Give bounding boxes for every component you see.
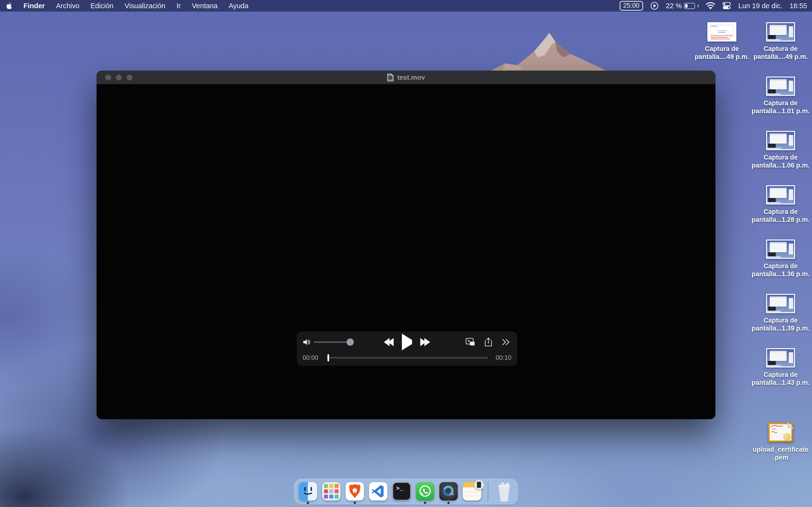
elapsed-time: 00:00 [303,354,322,361]
battery-percent-label: 22 % [666,2,682,10]
desktop-icon-label: Captura depantalla...1.06 p.m. [752,154,810,169]
menu-bar-status: 25:00 22 % Lun 19 de dic. 16:55 [620,0,812,12]
scrubber-track[interactable] [326,357,488,358]
dock-item-vscode[interactable] [369,481,388,502]
screenshot-thumbnail [766,22,795,42]
pip-icon[interactable] [465,338,475,346]
menu-item-archivo[interactable]: Archivo [51,0,85,12]
desktop-icon[interactable]: Captura depantalla...1.43 p.m. [750,348,811,402]
dock-item-trash[interactable] [495,481,513,502]
terminal-icon: >_ [393,482,411,501]
iphone-mirroring-icon[interactable] [474,480,484,490]
launchpad-icon [322,482,341,501]
menu-item-ventana[interactable]: Ventana [186,0,223,12]
timer-widget[interactable]: 25:00 [620,1,643,11]
desktop-icon[interactable]: upload_certificate.pem [750,402,811,462]
volume-control [303,332,352,353]
screenshot-thumbnail [766,76,795,96]
apple-icon [6,2,12,9]
secondary-controls [465,332,510,353]
dock-item-finder[interactable] [299,481,317,502]
running-indicator [307,502,309,504]
desktop-icon-label: Captura depantalla...1.28 p.m. [752,208,810,224]
screenshot-thumbnail [766,131,795,150]
quicktime-icon [439,482,458,501]
running-indicator [354,502,356,504]
battery-status[interactable]: 22 % [666,2,699,10]
screenshot-thumbnail [766,185,795,205]
desktop-icon-label: Captura depantalla....49 p.m. [695,45,749,61]
menu-item-ayuda[interactable]: Ayuda [223,0,254,12]
desktop-icon[interactable]: Captura depantalla...1.36 p.m. [750,239,811,294]
dock-item-quicktime[interactable] [439,481,458,502]
minimize-button[interactable] [116,74,122,80]
volume-knob[interactable] [347,338,354,346]
window-title-bar[interactable]: test.mov [97,71,715,84]
desktop-icon-label: Captura depantalla...1.43 p.m. [752,371,810,387]
dock-item-terminal[interactable]: >_ [393,481,411,502]
wifi-icon[interactable] [706,2,715,9]
brave-icon [346,482,364,501]
volume-slider[interactable] [314,341,352,343]
traffic-lights [97,74,133,80]
share-icon[interactable] [484,337,493,347]
trash-icon [495,482,513,502]
desktop-icon-label: Captura depantalla...1.36 p.m. [752,262,810,278]
window-title: test.mov [397,74,425,81]
desktop-icon[interactable]: Captura depantalla...1.39 p.m. [750,294,811,348]
play-circle-icon[interactable] [650,2,659,10]
dock-item-whatsapp[interactable] [416,481,434,502]
menu-bar: Finder Archivo Edición Visualización Ir … [0,0,812,12]
menu-bar-date[interactable]: Lun 19 de dic. [738,2,782,10]
playhead[interactable] [327,354,329,361]
rewind-button[interactable] [386,338,394,346]
whatsapp-icon [416,482,434,501]
video-canvas[interactable] [97,84,715,419]
running-indicator [424,502,426,504]
screenshot-thumbnail [766,294,795,313]
volume-icon[interactable] [303,338,311,346]
desktop-icon-label: Captura depantalla....49 p.m. [753,45,808,61]
desktop-icon[interactable]: Captura depantalla...1.28 p.m. [750,185,811,239]
transport-controls [386,332,428,353]
dock: >_ [294,479,518,504]
quicktime-window: test.mov [97,71,715,419]
dock-divider [488,482,489,501]
close-button[interactable] [105,74,111,80]
battery-icon [684,3,695,9]
desktop-icon[interactable]: Captura depantalla...1.01 p.m. [750,76,811,131]
dock-item-launchpad[interactable] [322,481,341,502]
wallpaper-mountain [488,29,609,72]
desktop-icon[interactable]: Captura depantalla....49 p.m. [692,22,752,76]
playback-controls: 00:00 00:10 [297,332,517,366]
screenshot-thumbnail [766,239,795,259]
menu-item-ir[interactable]: Ir [171,0,186,12]
duration-time: 00:10 [492,354,511,361]
menu-bar-time[interactable]: 16:55 [790,2,807,10]
fast-forward-button[interactable] [420,338,428,346]
control-center-icon[interactable] [722,2,731,10]
finder-icon [299,482,317,501]
menu-item-finder[interactable]: Finder [18,0,51,12]
screenshot-thumbnail [766,348,795,368]
desktop-icon-label: upload_certificate.pem [753,446,808,462]
menu-bar-menus: Finder Archivo Edición Visualización Ir … [0,0,254,12]
apple-menu[interactable] [0,2,18,9]
desktop-icon-column-right: Captura depantalla....49 p.m. Captura de… [750,22,811,462]
play-button[interactable] [402,340,412,344]
desktop-icon[interactable]: Captura depantalla....49 p.m. [750,22,811,76]
desktop-icon[interactable]: Captura depantalla...1.06 p.m. [750,131,811,185]
dock-item-notes[interactable] [463,481,481,502]
menu-item-edicion[interactable]: Edición [85,0,119,12]
movie-file-icon [387,73,394,81]
dock-item-brave[interactable] [346,481,364,502]
menu-item-visualizacion[interactable]: Visualización [119,0,171,12]
certificate-icon [768,422,793,442]
timeline: 00:00 00:10 [303,354,511,361]
desktop-icon-label: Captura depantalla...1.01 p.m. [752,99,810,115]
more-chevrons-icon[interactable] [501,338,510,346]
screenshot-thumbnail [707,22,737,42]
desktop-icon-column-left: Captura depantalla....49 p.m. [692,22,752,76]
window-title-group: test.mov [387,73,425,81]
zoom-button[interactable] [126,74,133,80]
